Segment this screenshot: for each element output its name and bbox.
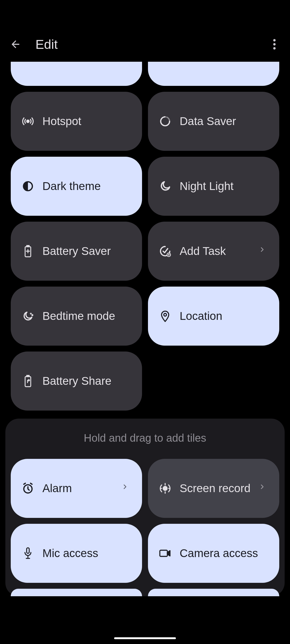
tile-location[interactable]: Location: [148, 287, 279, 346]
alarm-icon: [21, 482, 34, 495]
tile-label: Camera access: [180, 547, 269, 560]
back-button[interactable]: [9, 38, 22, 51]
tile-bedtime-mode[interactable]: Bedtime mode: [11, 287, 142, 346]
battery-share-icon: [21, 375, 34, 387]
arrow-back-icon: [10, 39, 21, 50]
page-title: Edit: [35, 37, 268, 52]
screen-record-icon: [159, 482, 172, 495]
camera-icon: [159, 547, 172, 560]
tile-label: Alarm: [42, 482, 114, 495]
svg-point-0: [273, 39, 276, 42]
tile-partial-bottom-right[interactable]: [148, 589, 279, 596]
tile-label: Bedtime mode: [42, 310, 131, 323]
mic-icon: [21, 547, 34, 560]
tile-partial-top-left[interactable]: [11, 62, 142, 86]
tile-label: Location: [180, 310, 269, 323]
tile-label: Dark theme: [42, 180, 131, 193]
tile-label: Battery Saver: [42, 245, 131, 258]
tile-label: Mic access: [42, 547, 131, 560]
active-tiles-area: Hotspot Data Saver Dark theme Night Ligh…: [0, 62, 290, 411]
tile-data-saver[interactable]: Data Saver: [148, 92, 279, 151]
chevron-right-icon: [122, 484, 131, 493]
tile-night-light[interactable]: Night Light: [148, 157, 279, 216]
svg-point-1: [273, 43, 276, 46]
add-task-icon: [159, 245, 172, 258]
drag-hint-label: Hold and drag to add tiles: [11, 432, 279, 444]
bedtime-icon: [21, 310, 34, 323]
tile-battery-share[interactable]: Battery Share: [11, 352, 142, 411]
svg-point-13: [163, 486, 167, 491]
header: Edit: [0, 27, 290, 62]
hotspot-icon: [21, 115, 34, 128]
battery-saver-icon: [21, 245, 34, 258]
gesture-nav-bar[interactable]: [114, 637, 176, 639]
tile-label: Data Saver: [180, 115, 269, 128]
tile-add-task[interactable]: Add Task: [148, 222, 279, 281]
chevron-right-icon: [259, 484, 269, 493]
tile-alarm[interactable]: Alarm: [11, 459, 142, 518]
data-saver-icon: [159, 115, 172, 128]
location-icon: [159, 310, 172, 323]
tile-mic-access[interactable]: Mic access: [11, 524, 142, 583]
tile-label: Hotspot: [42, 115, 131, 128]
more-vert-icon: [273, 39, 276, 50]
svg-point-2: [273, 47, 276, 50]
svg-point-3: [27, 120, 29, 122]
tile-label: Add Task: [180, 245, 251, 258]
svg-point-8: [32, 315, 33, 316]
more-options-button[interactable]: [268, 38, 281, 51]
tile-label: Night Light: [180, 180, 269, 193]
tile-camera-access[interactable]: Camera access: [148, 524, 279, 583]
tile-label: Screen record: [180, 482, 251, 495]
tile-partial-bottom-left[interactable]: [11, 589, 142, 596]
tile-partial-top-right[interactable]: [148, 62, 279, 86]
available-tiles-panel: Hold and drag to add tiles Alarm Screen …: [5, 419, 285, 596]
tile-screen-record[interactable]: Screen record: [148, 459, 279, 518]
tile-battery-saver[interactable]: Battery Saver: [11, 222, 142, 281]
svg-rect-6: [27, 246, 29, 247]
tile-label: Battery Share: [42, 375, 131, 387]
tile-hotspot[interactable]: Hotspot: [11, 92, 142, 151]
chevron-right-icon: [259, 246, 269, 256]
svg-point-9: [164, 313, 166, 316]
svg-rect-15: [160, 550, 167, 557]
night-light-icon: [159, 180, 172, 193]
tile-dark-theme[interactable]: Dark theme: [11, 157, 142, 216]
svg-rect-14: [27, 548, 29, 553]
dark-theme-icon: [21, 180, 34, 193]
svg-rect-11: [27, 375, 29, 377]
